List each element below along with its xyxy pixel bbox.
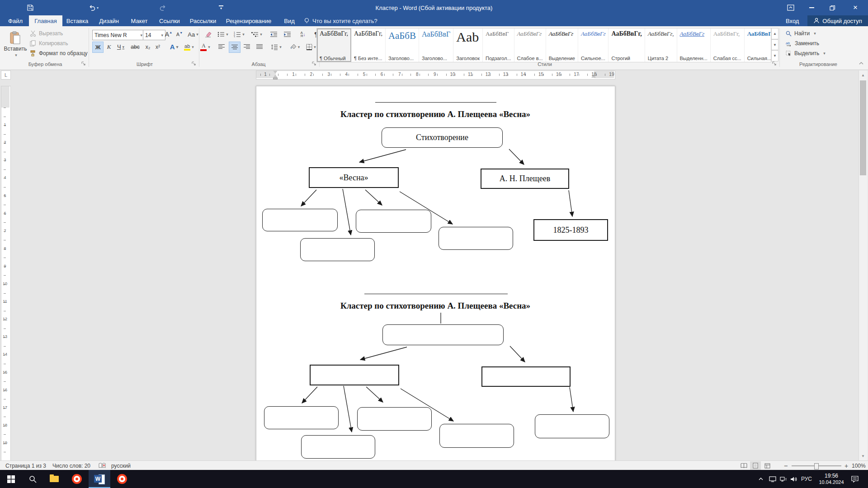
highlight-color-button[interactable]: ab ▾ [182, 42, 196, 52]
text-effects-button[interactable]: А▾ [168, 42, 180, 52]
grow-font-button[interactable]: A▲ [164, 29, 174, 39]
taskbar-search-button[interactable] [22, 470, 43, 488]
zoom-out-icon[interactable]: − [784, 461, 788, 470]
copy-button[interactable]: Копировать [30, 39, 87, 48]
tab-review[interactable]: Рецензирование [222, 15, 276, 26]
tray-display-icon[interactable] [768, 470, 778, 488]
subscript-button[interactable]: x₂ [143, 42, 152, 52]
cluster1-empty-box-2[interactable] [356, 210, 431, 233]
cluster1-years-box[interactable]: 1825-1893 [533, 219, 608, 241]
tell-me-box[interactable]: Что вы хотите сделать? [304, 15, 377, 26]
style-item-intense-reference[interactable]: АаБбВвГг, Сильная... [745, 28, 771, 62]
cluster1-empty-box-1[interactable] [262, 209, 338, 231]
cluster1-left-box[interactable]: «Весна» [309, 167, 399, 188]
restore-button[interactable] [822, 0, 843, 15]
tab-design[interactable]: Дизайн [94, 15, 124, 26]
bullets-button[interactable]: ▾ [216, 29, 230, 39]
cluster1-empty-box-3[interactable] [300, 238, 375, 261]
zoom-slider-thumb[interactable] [814, 463, 819, 469]
hanging-indent-marker[interactable] [273, 75, 278, 80]
style-item-intense-emphasis[interactable]: АаБбВвГг Сильное... [578, 28, 609, 62]
cluster1-right-box[interactable]: А. Н. Плещеев [481, 169, 569, 189]
styles-dialog-launcher-icon[interactable] [772, 61, 778, 67]
font-family-select[interactable]: Times New R▾ [92, 30, 145, 40]
clear-formatting-button[interactable] [203, 29, 213, 39]
numbering-button[interactable]: 123▾ [231, 29, 247, 39]
tab-references[interactable]: Ссылки [156, 15, 184, 26]
yandex-browser-button[interactable] [66, 470, 88, 488]
paste-button[interactable]: Вставить ▾ [4, 28, 27, 61]
tab-layout[interactable]: Макет [126, 15, 153, 26]
italic-button[interactable]: К [104, 42, 113, 52]
find-button[interactable]: Найти▾ [786, 29, 826, 38]
cut-button[interactable]: Вырезать [30, 29, 87, 38]
style-item-intense-quote[interactable]: АаБбВвГг Выделенн... [677, 28, 711, 62]
undo-dropdown-icon[interactable]: ▾ [97, 6, 99, 10]
cluster2-right-box[interactable] [481, 366, 571, 387]
ribbon-display-options-icon[interactable] [780, 0, 801, 15]
font-dialog-launcher-icon[interactable] [192, 61, 197, 67]
input-language-indicator[interactable]: РУС [799, 470, 814, 488]
shrink-font-button[interactable]: A▼ [175, 29, 184, 39]
taskbar-clock[interactable]: 19:56 10.04.2024 [816, 470, 846, 488]
read-mode-icon[interactable] [738, 461, 749, 470]
tab-selector-box[interactable]: L [1, 70, 11, 80]
strikethrough-button[interactable]: abc [129, 42, 142, 52]
action-center-icon[interactable] [849, 470, 861, 488]
style-item-heading1[interactable]: АаБбВ Заголово... [386, 28, 419, 62]
cluster1-empty-box-4[interactable] [439, 227, 513, 250]
language-indicator[interactable]: русский [111, 461, 131, 470]
cluster2-root-box[interactable] [382, 324, 504, 345]
style-item-normal[interactable]: АаБбВвГг, ¶ Обычный [317, 28, 351, 62]
tab-view[interactable]: Вид [278, 15, 300, 26]
multilevel-list-button[interactable]: ▾ [249, 29, 265, 39]
undo-icon[interactable]: ▾ [89, 3, 99, 13]
tab-mailings[interactable]: Рассылки [186, 15, 220, 26]
cluster1-root-box[interactable]: Стихотворение [382, 127, 503, 148]
sign-in-button[interactable]: Вход [786, 15, 804, 26]
word-taskbar-button[interactable]: W [89, 470, 110, 488]
align-right-button[interactable] [241, 42, 252, 52]
styles-scroll-up-icon[interactable]: ▲ [771, 28, 778, 39]
font-size-select[interactable]: 14▾ [143, 30, 165, 40]
first-line-indent-marker[interactable] [273, 70, 278, 74]
style-item-subtle-emphasis[interactable]: АаБбВвГг Слабое в... [514, 28, 546, 62]
cluster2-right-child-box[interactable] [535, 414, 609, 438]
scrollbar-thumb[interactable] [860, 80, 866, 175]
cluster2-empty-box-1[interactable] [264, 406, 339, 429]
change-case-button[interactable]: Aa▾ [186, 29, 200, 39]
scroll-down-icon[interactable]: ▼ [859, 452, 867, 460]
style-item-quote2[interactable]: АаБбВвГг, Цитата 2 [645, 28, 677, 62]
increase-indent-button[interactable] [281, 29, 293, 39]
tab-insert[interactable]: Вставка [62, 15, 92, 26]
redo-icon[interactable] [157, 3, 167, 13]
style-item-strong[interactable]: АаБбВвГг, Строгий [609, 28, 645, 62]
style-item-emphasis[interactable]: АаБбВвГг Выделение [546, 28, 578, 62]
cluster2-empty-box-3[interactable] [301, 435, 375, 459]
zoom-in-icon[interactable]: + [844, 461, 848, 470]
align-left-button[interactable] [216, 42, 227, 52]
justify-button[interactable] [254, 42, 265, 52]
word-count[interactable]: Число слов: 20 [52, 461, 90, 470]
print-layout-icon[interactable] [750, 461, 761, 470]
superscript-button[interactable]: x² [153, 42, 162, 52]
tray-volume-icon[interactable] [788, 470, 798, 488]
save-icon[interactable] [25, 3, 35, 13]
start-button[interactable] [0, 470, 22, 488]
underline-button[interactable]: Ч▾ [114, 42, 127, 52]
style-item-subtle-reference[interactable]: АаБбВвГг, Слабая сс... [711, 28, 745, 62]
styles-scroll-down-icon[interactable]: ▼ [771, 39, 778, 51]
sort-button[interactable]: А Я ↓ [297, 29, 309, 39]
spellcheck-icon[interactable] [99, 461, 106, 470]
page-indicator[interactable]: Страница 1 из 3 [5, 461, 46, 470]
decrease-indent-button[interactable] [268, 29, 279, 39]
style-item-heading2[interactable]: АаБбВвГ Заголово... [419, 28, 453, 62]
qat-customize-icon[interactable]: ▾ [216, 3, 226, 13]
scroll-up-icon[interactable]: ▲ [859, 71, 867, 79]
format-painter-button[interactable]: Формат по образцу [30, 49, 102, 58]
style-item-subtitle[interactable]: АаБбВвГ Подзагол... [483, 28, 514, 62]
collapse-ribbon-icon[interactable] [857, 60, 865, 67]
styles-more-icon[interactable]: ▼ [771, 50, 778, 61]
share-button[interactable]: Общий доступ [807, 15, 868, 26]
cluster2-empty-box-4[interactable] [439, 424, 514, 448]
